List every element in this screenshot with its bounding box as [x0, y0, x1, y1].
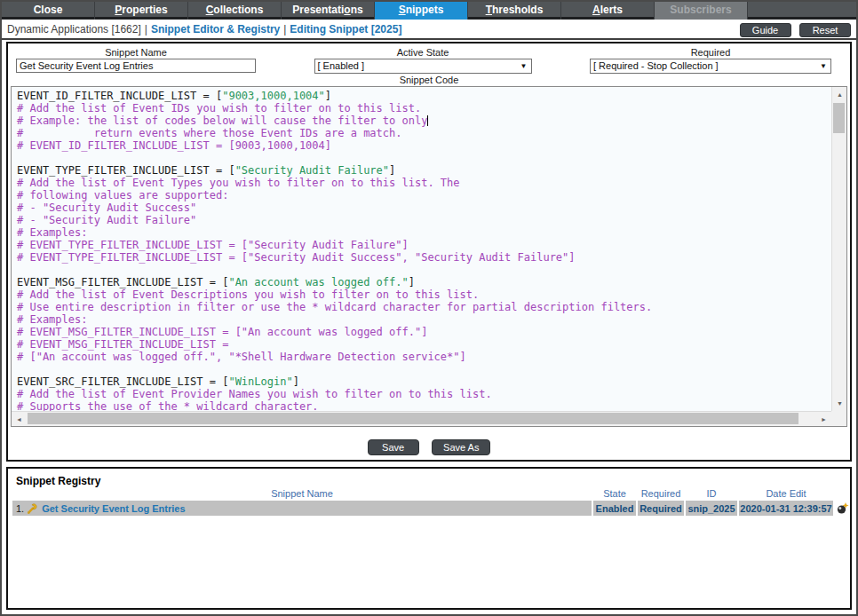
registry-cell-state: Enabled — [593, 501, 636, 516]
registry-cell-id: snip_2025 — [686, 501, 737, 516]
save-button[interactable]: Save — [368, 439, 419, 455]
code-text-area[interactable]: EVENT_ID_FILTER_INCLUDE_LIST = ["9003,10… — [12, 87, 831, 411]
tool-sphere-icon[interactable] — [835, 501, 849, 516]
code-line: # Add the list of Event Provider Names y… — [17, 388, 831, 400]
code-line — [17, 363, 831, 375]
registry-column-header-state[interactable]: State — [593, 488, 636, 499]
registry-column-header-id[interactable]: ID — [686, 488, 737, 499]
active-state-label: Active State — [314, 47, 532, 59]
code-line: # ["An account was logged off.", "*Shell… — [17, 351, 831, 363]
code-line — [17, 152, 831, 164]
registry-column-header-required[interactable]: Required — [638, 488, 684, 499]
table-row: 1.Get Security Event Log EntriesEnabledR… — [8, 501, 850, 516]
tab-collections[interactable]: Collections — [188, 2, 282, 20]
code-line: # EVENT_MSG_FILTER_INCLUDE_LIST = — [17, 338, 831, 351]
code-line: # Examples: — [17, 226, 831, 239]
active-state-field-group: Active State [ Enabled ] ▼ — [314, 47, 532, 74]
code-line: # Add the list of Event Descriptions you… — [17, 288, 831, 301]
horizontal-scrollbar-thumb[interactable] — [28, 413, 798, 424]
chevron-down-icon: ▼ — [820, 62, 827, 70]
tab-alerts[interactable]: Alerts — [561, 2, 655, 20]
required-field-group: Required [ Required - Stop Collection ] … — [590, 47, 831, 74]
active-state-select[interactable]: [ Enabled ] ▼ — [314, 59, 532, 74]
text-caret — [427, 115, 428, 126]
save-row: Save Save As — [8, 438, 850, 455]
vertical-scrollbar-thumb[interactable] — [833, 103, 845, 133]
snippet-name-label: Snippet Name — [16, 47, 256, 59]
registry-column-header-date-edit[interactable]: Date Edit — [739, 488, 833, 499]
tab-bar: ClosePropertiesCollectionsPresentationsS… — [2, 2, 856, 20]
header-actions: Guide Reset — [735, 21, 851, 37]
snippet-name-link[interactable]: Get Security Event Log Entries — [42, 503, 185, 514]
code-line: # EVENT_TYPE_FILTER_INCLUDE_LIST = ["Sec… — [17, 239, 831, 251]
required-select[interactable]: [ Required - Stop Collection ] ▼ — [590, 59, 831, 74]
breadcrumb-item: Dynamic Applications [1662] — [7, 23, 141, 36]
registry-row-name-cell: 1.Get Security Event Log Entries — [12, 501, 592, 516]
code-line: # Use entire description in filter or us… — [17, 301, 831, 313]
snippet-code-editor: EVENT_ID_FILTER_INCLUDE_LIST = ["9003,10… — [11, 86, 847, 427]
code-line: # Example: the list of codes below will … — [17, 115, 831, 127]
code-line: # EVENT_TYPE_FILTER_INCLUDE_LIST = ["Sec… — [17, 251, 831, 264]
tab-properties[interactable]: Properties — [95, 2, 188, 20]
app-window: ClosePropertiesCollectionsPresentationsS… — [0, 0, 858, 616]
scroll-down-icon[interactable]: ▼ — [832, 396, 847, 411]
tab-thresholds[interactable]: Thresholds — [468, 2, 561, 20]
code-line: # following values are supported: — [17, 189, 831, 201]
chevron-down-icon: ▼ — [520, 62, 528, 70]
snippet-name-field-group: Snippet Name — [16, 47, 256, 74]
snippet-name-input[interactable] — [16, 59, 256, 73]
required-value: [ Required - Stop Collection ] — [593, 60, 719, 71]
code-line: # return events where those Event IDs ar… — [17, 127, 831, 139]
code-line: EVENT_SRC_FILTER_INCLUDE_LIST = ["WinLog… — [17, 375, 831, 388]
required-label: Required — [590, 47, 831, 59]
scrollbar-corner — [831, 411, 846, 426]
breadcrumb-item[interactable]: Editing Snippet [2025] — [290, 23, 401, 36]
code-line: # Add the list of Event Types you wish t… — [17, 177, 831, 189]
code-line: # Add the list of Event IDs you wish to … — [17, 102, 831, 115]
fields-row: Snippet Name Active State [ Enabled ] ▼ … — [8, 43, 850, 74]
registry-cell-required: Required — [638, 501, 684, 516]
code-line: EVENT_MSG_FILTER_INCLUDE_LIST = ["An acc… — [17, 276, 831, 288]
registry-cell-date-edit: 2020-01-31 12:39:57 — [739, 501, 833, 516]
reset-button[interactable]: Reset — [799, 23, 851, 37]
breadcrumb-separator: | — [141, 23, 151, 36]
code-line: # Supports the use of the * wildcard cha… — [17, 400, 831, 411]
breadcrumb-separator: | — [280, 23, 290, 36]
guide-button[interactable]: Guide — [740, 23, 791, 37]
snippet-code-label: Snippet Code — [8, 75, 850, 86]
row-number: 1. — [16, 503, 24, 514]
tab-presentations[interactable]: Presentations — [282, 2, 375, 20]
tab-subscribers: Subscribers — [655, 2, 748, 20]
code-line: # Examples: — [17, 313, 831, 326]
code-line: EVENT_ID_FILTER_INCLUDE_LIST = ["9003,10… — [17, 90, 831, 102]
registry-title: Snippet Registry — [8, 469, 850, 487]
tab-snippets[interactable]: Snippets — [375, 2, 468, 20]
snippet-editor-panel: Snippet Name Active State [ Enabled ] ▼ … — [6, 42, 852, 462]
code-line: # - "Security Audit Success" — [17, 201, 831, 214]
code-line: EVENT_TYPE_FILTER_INCLUDE_LIST = ["Secur… — [17, 164, 831, 177]
vertical-scrollbar[interactable]: ▲ ▼ — [831, 87, 846, 411]
registry-column-header-snippet-name[interactable]: Snippet Name — [12, 488, 592, 499]
registry-header-row: Snippet NameStateRequiredIDDate Edit — [8, 487, 850, 500]
code-line: # - "Security Audit Failure" — [17, 214, 831, 226]
breadcrumb-item[interactable]: Snippet Editor & Registry — [151, 23, 280, 36]
scroll-up-icon[interactable]: ▲ — [832, 87, 847, 102]
scroll-left-icon[interactable]: ◄ — [12, 412, 27, 427]
tab-close[interactable]: Close — [2, 2, 95, 20]
scroll-right-icon[interactable]: ► — [816, 412, 831, 427]
code-line: # EVENT_MSG_FILTER_INCLUDE_LIST = ["An a… — [17, 326, 831, 338]
snippet-registry-panel: Snippet Registry Snippet NameStateRequir… — [6, 467, 852, 610]
code-line — [17, 264, 831, 276]
active-state-value: [ Enabled ] — [318, 60, 365, 71]
breadcrumb: Dynamic Applications [1662]|Snippet Edit… — [7, 23, 735, 36]
horizontal-scrollbar[interactable]: ◄ ► — [12, 411, 831, 426]
save-as-button[interactable]: Save As — [432, 439, 490, 455]
registry-rows: 1.Get Security Event Log EntriesEnabledR… — [8, 501, 850, 516]
code-line: # EVENT_ID_FILTER_INCLUDE_LIST = [9003,1… — [17, 139, 831, 152]
wrench-icon[interactable] — [27, 502, 38, 514]
breadcrumb-bar: Dynamic Applications [1662]|Snippet Edit… — [2, 20, 856, 40]
